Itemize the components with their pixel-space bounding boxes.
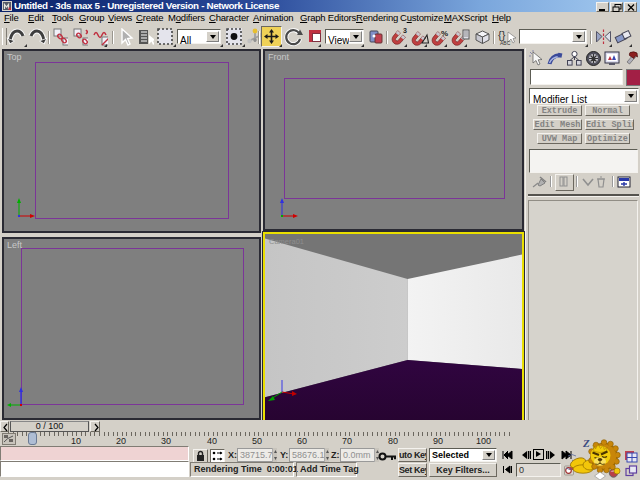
svg-text:ABC: ABC	[500, 40, 511, 46]
svg-text:Camera01: Camera01	[269, 237, 304, 246]
svg-text:%: %	[441, 29, 448, 38]
svg-text:3: 3	[403, 27, 407, 34]
svg-text:Z: Z	[582, 437, 590, 449]
